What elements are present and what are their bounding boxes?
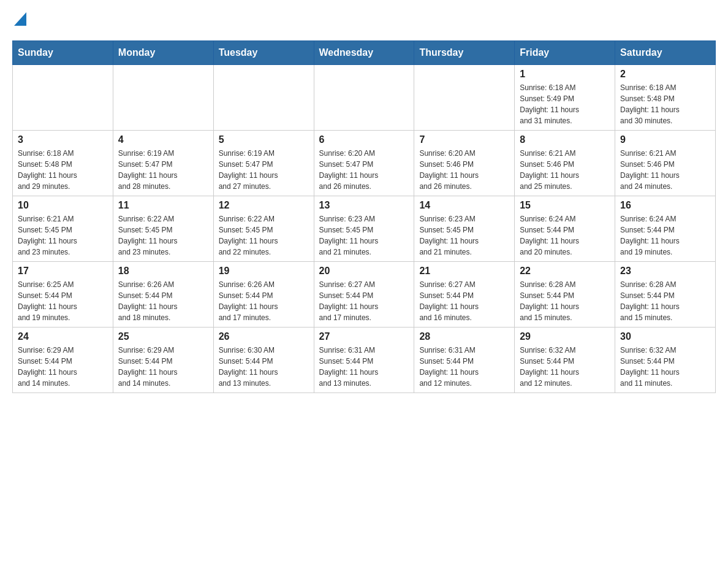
day-cell: 6Sunrise: 6:20 AMSunset: 5:47 PMDaylight… bbox=[314, 131, 414, 196]
day-cell: 8Sunrise: 6:21 AMSunset: 5:46 PMDaylight… bbox=[515, 131, 615, 196]
day-number: 16 bbox=[620, 200, 710, 211]
day-cell bbox=[13, 65, 113, 131]
weekday-header-row: SundayMondayTuesdayWednesdayThursdayFrid… bbox=[13, 41, 716, 65]
day-cell: 5Sunrise: 6:19 AMSunset: 5:47 PMDaylight… bbox=[213, 131, 314, 196]
day-info: Sunrise: 6:27 AMSunset: 5:44 PMDaylight:… bbox=[319, 279, 409, 323]
svg-marker-0 bbox=[14, 12, 26, 26]
day-info: Sunrise: 6:18 AMSunset: 5:49 PMDaylight:… bbox=[520, 82, 610, 126]
day-number: 25 bbox=[118, 331, 208, 342]
day-number: 23 bbox=[620, 266, 710, 277]
day-number: 20 bbox=[319, 266, 409, 277]
day-info: Sunrise: 6:32 AMSunset: 5:44 PMDaylight:… bbox=[520, 345, 610, 389]
day-cell: 21Sunrise: 6:27 AMSunset: 5:44 PMDayligh… bbox=[414, 262, 515, 327]
calendar-table: SundayMondayTuesdayWednesdayThursdayFrid… bbox=[12, 40, 716, 393]
week-row-2: 3Sunrise: 6:18 AMSunset: 5:48 PMDaylight… bbox=[13, 131, 716, 196]
day-info: Sunrise: 6:19 AMSunset: 5:47 PMDaylight:… bbox=[118, 148, 208, 192]
day-number: 14 bbox=[419, 200, 509, 211]
day-cell bbox=[113, 65, 213, 131]
day-cell: 15Sunrise: 6:24 AMSunset: 5:44 PMDayligh… bbox=[515, 196, 615, 262]
day-info: Sunrise: 6:28 AMSunset: 5:44 PMDaylight:… bbox=[520, 279, 610, 323]
day-info: Sunrise: 6:24 AMSunset: 5:44 PMDaylight:… bbox=[620, 213, 710, 258]
day-info: Sunrise: 6:19 AMSunset: 5:47 PMDaylight:… bbox=[219, 148, 309, 192]
day-info: Sunrise: 6:31 AMSunset: 5:44 PMDaylight:… bbox=[419, 345, 509, 389]
day-number: 18 bbox=[118, 266, 208, 277]
week-row-4: 17Sunrise: 6:25 AMSunset: 5:44 PMDayligh… bbox=[13, 262, 716, 327]
day-cell: 14Sunrise: 6:23 AMSunset: 5:45 PMDayligh… bbox=[414, 196, 515, 262]
logo-arrow-icon bbox=[14, 12, 26, 28]
day-number: 15 bbox=[520, 200, 610, 211]
day-info: Sunrise: 6:23 AMSunset: 5:45 PMDaylight:… bbox=[419, 213, 509, 258]
day-number: 2 bbox=[620, 69, 710, 80]
day-info: Sunrise: 6:29 AMSunset: 5:44 PMDaylight:… bbox=[18, 345, 108, 389]
day-number: 1 bbox=[520, 69, 610, 80]
day-number: 11 bbox=[118, 200, 208, 211]
weekday-header-tuesday: Tuesday bbox=[213, 41, 314, 65]
day-number: 8 bbox=[520, 134, 610, 145]
day-info: Sunrise: 6:31 AMSunset: 5:44 PMDaylight:… bbox=[319, 345, 409, 389]
day-number: 3 bbox=[18, 134, 108, 145]
day-number: 13 bbox=[319, 200, 409, 211]
day-number: 5 bbox=[219, 134, 309, 145]
day-cell bbox=[414, 65, 515, 131]
day-cell bbox=[314, 65, 414, 131]
day-info: Sunrise: 6:24 AMSunset: 5:44 PMDaylight:… bbox=[520, 213, 610, 258]
week-row-5: 24Sunrise: 6:29 AMSunset: 5:44 PMDayligh… bbox=[13, 327, 716, 393]
day-number: 28 bbox=[419, 331, 509, 342]
day-cell: 3Sunrise: 6:18 AMSunset: 5:48 PMDaylight… bbox=[13, 131, 113, 196]
day-info: Sunrise: 6:28 AMSunset: 5:44 PMDaylight:… bbox=[620, 279, 710, 323]
day-info: Sunrise: 6:22 AMSunset: 5:45 PMDaylight:… bbox=[118, 213, 208, 258]
day-cell bbox=[213, 65, 314, 131]
day-number: 7 bbox=[419, 134, 509, 145]
day-cell: 2Sunrise: 6:18 AMSunset: 5:48 PMDaylight… bbox=[615, 65, 716, 131]
day-number: 10 bbox=[18, 200, 108, 211]
day-cell: 24Sunrise: 6:29 AMSunset: 5:44 PMDayligh… bbox=[13, 327, 113, 393]
day-cell: 1Sunrise: 6:18 AMSunset: 5:49 PMDaylight… bbox=[515, 65, 615, 131]
day-cell: 9Sunrise: 6:21 AMSunset: 5:46 PMDaylight… bbox=[615, 131, 716, 196]
weekday-header-monday: Monday bbox=[113, 41, 213, 65]
day-info: Sunrise: 6:26 AMSunset: 5:44 PMDaylight:… bbox=[118, 279, 208, 323]
week-row-3: 10Sunrise: 6:21 AMSunset: 5:45 PMDayligh… bbox=[13, 196, 716, 262]
day-info: Sunrise: 6:23 AMSunset: 5:45 PMDaylight:… bbox=[319, 213, 409, 258]
day-number: 12 bbox=[219, 200, 309, 211]
day-cell: 30Sunrise: 6:32 AMSunset: 5:44 PMDayligh… bbox=[615, 327, 716, 393]
day-cell: 13Sunrise: 6:23 AMSunset: 5:45 PMDayligh… bbox=[314, 196, 414, 262]
day-info: Sunrise: 6:29 AMSunset: 5:44 PMDaylight:… bbox=[118, 345, 208, 389]
day-number: 26 bbox=[219, 331, 309, 342]
day-info: Sunrise: 6:21 AMSunset: 5:45 PMDaylight:… bbox=[18, 213, 108, 258]
day-cell: 16Sunrise: 6:24 AMSunset: 5:44 PMDayligh… bbox=[615, 196, 716, 262]
day-info: Sunrise: 6:20 AMSunset: 5:47 PMDaylight:… bbox=[319, 148, 409, 192]
day-info: Sunrise: 6:26 AMSunset: 5:44 PMDaylight:… bbox=[219, 279, 309, 323]
day-number: 24 bbox=[18, 331, 108, 342]
day-cell: 25Sunrise: 6:29 AMSunset: 5:44 PMDayligh… bbox=[113, 327, 213, 393]
day-number: 30 bbox=[620, 331, 710, 342]
header bbox=[12, 12, 716, 28]
day-number: 22 bbox=[520, 266, 610, 277]
weekday-header-sunday: Sunday bbox=[13, 41, 113, 65]
weekday-header-wednesday: Wednesday bbox=[314, 41, 414, 65]
day-number: 6 bbox=[319, 134, 409, 145]
day-info: Sunrise: 6:30 AMSunset: 5:44 PMDaylight:… bbox=[219, 345, 309, 389]
day-number: 17 bbox=[18, 266, 108, 277]
day-number: 19 bbox=[219, 266, 309, 277]
day-cell: 19Sunrise: 6:26 AMSunset: 5:44 PMDayligh… bbox=[213, 262, 314, 327]
day-info: Sunrise: 6:18 AMSunset: 5:48 PMDaylight:… bbox=[620, 82, 710, 126]
day-cell: 7Sunrise: 6:20 AMSunset: 5:46 PMDaylight… bbox=[414, 131, 515, 196]
day-number: 4 bbox=[118, 134, 208, 145]
day-info: Sunrise: 6:22 AMSunset: 5:45 PMDaylight:… bbox=[219, 213, 309, 258]
day-cell: 28Sunrise: 6:31 AMSunset: 5:44 PMDayligh… bbox=[414, 327, 515, 393]
weekday-header-thursday: Thursday bbox=[414, 41, 515, 65]
day-cell: 20Sunrise: 6:27 AMSunset: 5:44 PMDayligh… bbox=[314, 262, 414, 327]
day-cell: 11Sunrise: 6:22 AMSunset: 5:45 PMDayligh… bbox=[113, 196, 213, 262]
day-cell: 29Sunrise: 6:32 AMSunset: 5:44 PMDayligh… bbox=[515, 327, 615, 393]
day-cell: 12Sunrise: 6:22 AMSunset: 5:45 PMDayligh… bbox=[213, 196, 314, 262]
day-cell: 18Sunrise: 6:26 AMSunset: 5:44 PMDayligh… bbox=[113, 262, 213, 327]
day-info: Sunrise: 6:27 AMSunset: 5:44 PMDaylight:… bbox=[419, 279, 509, 323]
day-info: Sunrise: 6:25 AMSunset: 5:44 PMDaylight:… bbox=[18, 279, 108, 323]
day-cell: 4Sunrise: 6:19 AMSunset: 5:47 PMDaylight… bbox=[113, 131, 213, 196]
weekday-header-friday: Friday bbox=[515, 41, 615, 65]
day-cell: 26Sunrise: 6:30 AMSunset: 5:44 PMDayligh… bbox=[213, 327, 314, 393]
weekday-header-saturday: Saturday bbox=[615, 41, 716, 65]
day-cell: 27Sunrise: 6:31 AMSunset: 5:44 PMDayligh… bbox=[314, 327, 414, 393]
day-cell: 17Sunrise: 6:25 AMSunset: 5:44 PMDayligh… bbox=[13, 262, 113, 327]
day-number: 9 bbox=[620, 134, 710, 145]
